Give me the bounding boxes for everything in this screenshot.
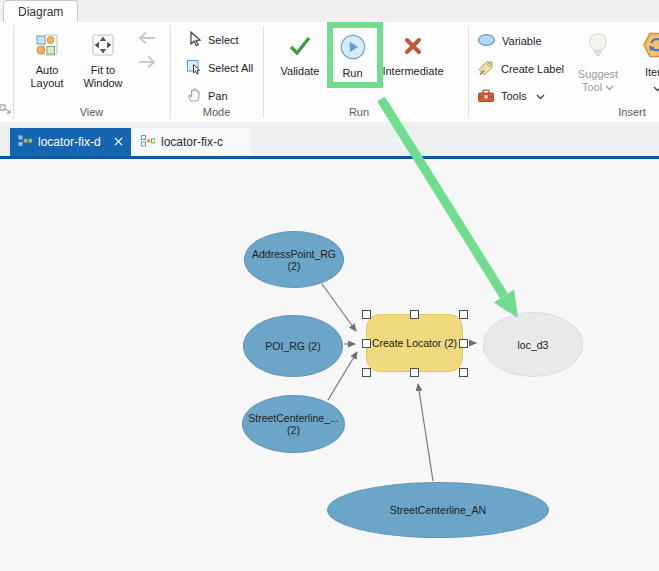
tab-label: locator-fix-c bbox=[161, 135, 223, 149]
intermediate-x-icon bbox=[400, 33, 426, 62]
selection-handle[interactable] bbox=[410, 368, 419, 377]
suggest-tool-label: Suggest Tool bbox=[570, 68, 626, 94]
selection-handle[interactable] bbox=[459, 310, 468, 319]
selection-handle[interactable] bbox=[362, 339, 371, 348]
select-all-label: Select All bbox=[208, 62, 253, 74]
group-separator bbox=[13, 26, 14, 118]
node-street-centerline[interactable]: StreetCenterline_... (2) bbox=[242, 395, 345, 453]
intermediate-label: Intermediate bbox=[382, 65, 443, 78]
group-separator bbox=[170, 26, 171, 118]
node-label: StreetCenterline_... (2) bbox=[248, 412, 338, 436]
dialog-launcher-icon[interactable] bbox=[0, 101, 12, 119]
toolbox-icon bbox=[477, 87, 495, 106]
ribbon-tab-diagram[interactable]: Diagram bbox=[3, 0, 78, 22]
variable-ellipse-icon bbox=[477, 33, 496, 49]
node-poi-rg[interactable]: POI_RG (2) bbox=[243, 315, 343, 377]
node-loc-d3[interactable]: loc_d3 bbox=[483, 312, 583, 377]
fit-to-window-button[interactable]: Fit to Window bbox=[76, 32, 130, 90]
group-label-insert: Insert bbox=[467, 106, 659, 120]
model-diagram-icon bbox=[18, 134, 32, 151]
node-street-centerline-an[interactable]: StreetCenterline_AN bbox=[327, 482, 549, 538]
validate-label: Validate bbox=[281, 65, 320, 78]
suggest-tool-button[interactable]: Suggest Tool bbox=[570, 30, 626, 94]
ribbon-tab-strip: Diagram bbox=[0, 0, 659, 22]
run-annotation-box bbox=[327, 22, 383, 88]
variable-button[interactable]: Variable bbox=[477, 32, 542, 50]
node-label: AddressPoint_RG (2) bbox=[252, 248, 336, 272]
tab-locator-fix-c[interactable]: locator-fix-c bbox=[133, 128, 251, 156]
node-label: loc_d3 bbox=[518, 339, 549, 351]
tab-label: locator-fix-d bbox=[38, 135, 101, 149]
group-label-run: Run bbox=[263, 106, 455, 120]
pan-button[interactable]: Pan bbox=[186, 87, 228, 105]
select-all-button[interactable]: Select All bbox=[186, 59, 253, 77]
auto-layout-label: Auto Layout bbox=[20, 64, 74, 90]
select-label: Select bbox=[208, 34, 239, 46]
selection-handle[interactable] bbox=[362, 368, 371, 377]
selection-handle[interactable] bbox=[459, 339, 468, 348]
node-label: POI_RG (2) bbox=[265, 340, 320, 352]
group-separator bbox=[468, 26, 469, 118]
auto-layout-icon bbox=[34, 32, 60, 61]
validate-button[interactable]: Validate bbox=[272, 33, 328, 78]
selection-handle[interactable] bbox=[362, 310, 371, 319]
fit-to-window-icon bbox=[90, 32, 116, 61]
tools-label: Tools bbox=[501, 90, 527, 102]
label-tag-icon bbox=[477, 60, 495, 79]
node-create-locator[interactable]: Create Locator (2) bbox=[366, 314, 463, 372]
fit-to-window-label: Fit to Window bbox=[76, 64, 130, 90]
node-label: Create Locator (2) bbox=[372, 337, 457, 349]
tab-locator-fix-d[interactable]: locator-fix-d bbox=[10, 128, 131, 156]
pan-hand-icon bbox=[186, 87, 202, 105]
suggest-tool-chevron-icon bbox=[605, 81, 614, 93]
node-address-point-rg[interactable]: AddressPoint_RG (2) bbox=[244, 231, 344, 288]
tools-button[interactable]: Tools bbox=[477, 87, 545, 105]
select-button[interactable]: Select bbox=[187, 31, 239, 49]
lightbulb-icon bbox=[583, 30, 613, 65]
close-icon[interactable] bbox=[114, 135, 123, 149]
document-tab-bar: locator-fix-d locator-fix-c bbox=[0, 122, 659, 156]
selection-handle[interactable] bbox=[459, 368, 468, 377]
forward-arrow-icon[interactable] bbox=[137, 55, 157, 73]
node-label: StreetCenterline_AN bbox=[390, 504, 486, 516]
ribbon-tab-diagram-label: Diagram bbox=[18, 5, 63, 19]
selection-handle[interactable] bbox=[410, 310, 419, 319]
model-diagram-icon bbox=[141, 134, 155, 151]
variable-label: Variable bbox=[502, 35, 542, 47]
pan-label: Pan bbox=[208, 90, 228, 102]
iterators-chevron-icon bbox=[653, 82, 659, 95]
modelbuilder-window: Diagram Auto Layout bbox=[0, 0, 659, 571]
back-arrow-icon[interactable] bbox=[137, 31, 157, 49]
validate-check-icon bbox=[287, 33, 313, 62]
select-cursor-icon bbox=[187, 31, 202, 49]
group-separator bbox=[263, 26, 264, 118]
group-label-view: View bbox=[13, 106, 170, 120]
tools-chevron-icon bbox=[536, 90, 545, 102]
iterator-hexagon-icon bbox=[641, 30, 659, 63]
iterators-label: Itera bbox=[645, 66, 659, 79]
create-label-button[interactable]: Create Label bbox=[477, 60, 564, 78]
auto-layout-button[interactable]: Auto Layout bbox=[20, 32, 74, 90]
group-label-mode: Mode bbox=[170, 106, 263, 120]
iterators-button[interactable]: Itera bbox=[627, 30, 659, 95]
select-all-icon bbox=[186, 59, 202, 77]
create-label-label: Create Label bbox=[501, 63, 564, 75]
